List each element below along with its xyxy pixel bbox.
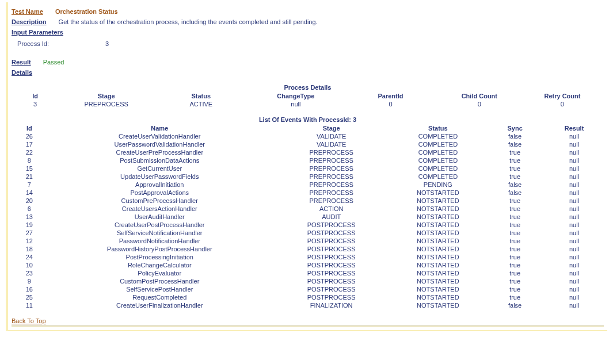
ev-status: NOTSTARTED — [391, 213, 486, 221]
ev-sync: false — [485, 301, 545, 309]
ev-h-result: Result — [545, 124, 604, 132]
ev-id: 24 — [12, 253, 47, 261]
table-row: 6CreateUsersActionHandlerACTIONNOTSTARTE… — [12, 205, 604, 213]
ev-status: COMPLETED — [391, 132, 486, 140]
ev-sync: false — [485, 140, 545, 148]
ev-status: NOTSTARTED — [391, 277, 486, 285]
ev-status: NOTSTARTED — [391, 229, 486, 237]
ev-stage: VALIDATE — [272, 140, 391, 148]
ev-sync: true — [485, 269, 545, 277]
ev-status: NOTSTARTED — [391, 253, 486, 261]
ev-id: 12 — [12, 237, 47, 245]
ev-id: 19 — [12, 221, 47, 229]
ev-sync: true — [485, 173, 545, 181]
ev-id: 23 — [12, 269, 47, 277]
ev-sync: false — [485, 132, 545, 140]
test-name-value: Orchestration Status — [55, 8, 118, 15]
ev-name: PostProcessingInitiation — [47, 253, 272, 261]
ev-sync: true — [485, 197, 545, 205]
ev-sync: true — [485, 237, 545, 245]
ev-sync: true — [485, 277, 545, 285]
ev-result: null — [545, 301, 604, 309]
ev-id: 25 — [12, 293, 47, 301]
ev-stage: POSTPROCESS — [272, 277, 391, 285]
ev-sync: true — [485, 156, 545, 164]
ev-name: SelfServiceNotificationHandler — [47, 229, 272, 237]
pd-id: 3 — [12, 100, 59, 108]
table-row: 26CreateUserValidationHandlerVALIDATECOM… — [12, 132, 604, 140]
ev-result: null — [545, 164, 604, 173]
ev-status: NOTSTARTED — [391, 301, 486, 309]
ev-sync: true — [485, 221, 545, 229]
report-page: Test Name Orchestration Status Descripti… — [6, 2, 607, 331]
table-row: 17UserPasswordValidationHandlerVALIDATEC… — [12, 140, 604, 148]
ev-stage: VALIDATE — [272, 132, 391, 140]
ev-result: null — [545, 197, 604, 205]
ev-status: NOTSTARTED — [391, 293, 486, 301]
ev-id: 11 — [12, 301, 47, 309]
pd-row: 3 PREPROCESS ACTIVE null 0 0 0 — [12, 100, 604, 108]
ev-id: 9 — [12, 277, 47, 285]
ev-id: 17 — [12, 140, 47, 148]
ev-status: NOTSTARTED — [391, 285, 486, 293]
ev-stage: POSTPROCESS — [272, 245, 391, 253]
ev-id: 6 — [12, 205, 47, 213]
ev-stage: POSTPROCESS — [272, 221, 391, 229]
pd-childcount: 0 — [438, 100, 521, 108]
details-label: Details — [12, 69, 32, 76]
pd-h-stage: Stage — [59, 92, 154, 100]
ev-sync: true — [485, 164, 545, 173]
process-details-title: Process Details — [12, 84, 604, 91]
ev-name: CustomPostProcessHandler — [47, 277, 272, 285]
back-to-top-link[interactable]: Back To Top — [12, 317, 46, 324]
ev-sync: true — [485, 285, 545, 293]
ev-stage: PREPROCESS — [272, 164, 391, 173]
ev-stage: PREPROCESS — [272, 173, 391, 181]
ev-result: null — [545, 205, 604, 213]
ev-result: null — [545, 148, 604, 156]
result-row: Result Passed — [12, 59, 604, 66]
ev-result: null — [545, 253, 604, 261]
pd-h-parentid: ParentId — [343, 92, 438, 100]
table-row: 22CreateUserPreProcessHandlerPREPROCESSC… — [12, 148, 604, 156]
ev-name: PasswordNotificationHandler — [47, 237, 272, 245]
ev-sync: true — [485, 253, 545, 261]
ev-result: null — [545, 213, 604, 221]
ev-status: COMPLETED — [391, 148, 486, 156]
ev-id: 16 — [12, 285, 47, 293]
ev-result: null — [545, 229, 604, 237]
table-row: 8PostSubmissionDataActionsPREPROCESSCOMP… — [12, 156, 604, 164]
ev-header-row: Id Name Stage Status Sync Result — [12, 124, 604, 132]
pd-h-changetype: ChangeType — [249, 92, 344, 100]
ev-name: CreateUserPreProcessHandler — [47, 148, 272, 156]
ev-name: UserAuditHandler — [47, 213, 272, 221]
ev-name: CreateUsersActionHandler — [47, 205, 272, 213]
param-value: 3 — [105, 40, 109, 47]
ev-name: RoleChangeCalculator — [47, 261, 272, 269]
ev-stage: POSTPROCESS — [272, 253, 391, 261]
ev-id: 18 — [12, 245, 47, 253]
ev-stage: POSTPROCESS — [272, 269, 391, 277]
ev-status: NOTSTARTED — [391, 221, 486, 229]
ev-stage: POSTPROCESS — [272, 285, 391, 293]
ev-sync: false — [485, 189, 545, 197]
ev-name: PasswordHistoryPostProcessHandler — [47, 245, 272, 253]
ev-status: NOTSTARTED — [391, 261, 486, 269]
result-value: Passed — [43, 59, 64, 66]
ev-result: null — [545, 269, 604, 277]
ev-stage: PREPROCESS — [272, 156, 391, 164]
input-parameters-row: Input Parameters — [12, 29, 604, 36]
pd-h-status: Status — [154, 92, 249, 100]
table-row: 11CreateUserFinalizationHandlerFINALIZAT… — [12, 301, 604, 309]
description-value: Get the status of the orchestration proc… — [59, 18, 318, 25]
ev-sync: true — [485, 213, 545, 221]
ev-id: 27 — [12, 229, 47, 237]
ev-h-name: Name — [47, 124, 272, 132]
ev-id: 13 — [12, 213, 47, 221]
pd-retrycount: 0 — [521, 100, 604, 108]
ev-sync: true — [485, 261, 545, 269]
ev-sync: true — [485, 245, 545, 253]
ev-sync: false — [485, 181, 545, 189]
test-name-row: Test Name Orchestration Status — [12, 8, 604, 15]
table-row: 13UserAuditHandlerAUDITNOTSTARTEDtruenul… — [12, 213, 604, 221]
